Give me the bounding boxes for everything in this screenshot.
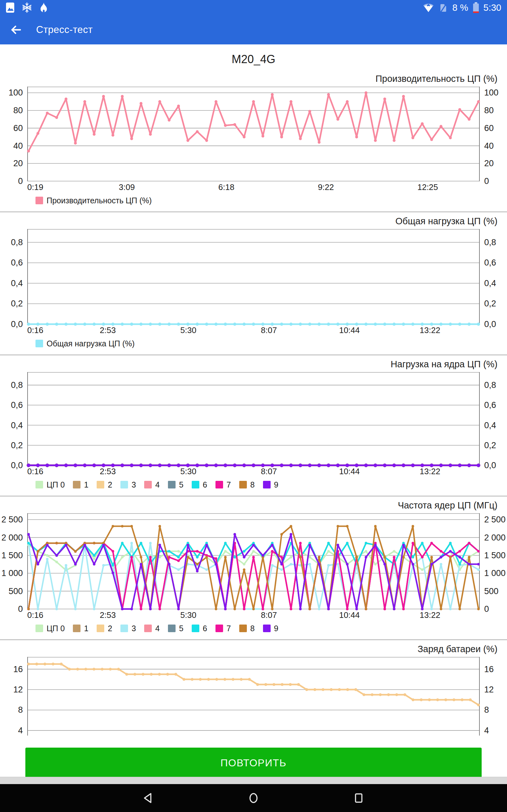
- repeat-button[interactable]: ПОВТОРИТЬ: [25, 748, 482, 777]
- chart-legend: ЦП 0123456789: [36, 623, 507, 634]
- y-axis-label-left: 0,4: [11, 420, 23, 430]
- nav-back-button[interactable]: [141, 791, 156, 805]
- y-axis-label-right: 0,6: [484, 400, 496, 410]
- y-axis-label-left: 0,4: [11, 278, 23, 288]
- button-row: ПОВТОРИТЬ: [0, 740, 507, 777]
- y-axis-label-left: 12: [13, 685, 23, 695]
- legend-label: 7: [227, 624, 231, 633]
- wifi-icon: [423, 3, 434, 13]
- legend-label: 6: [203, 624, 207, 633]
- x-axis-label: 5:30: [180, 325, 196, 335]
- nav-recents-button[interactable]: [351, 791, 366, 805]
- x-axis-label: 5:30: [180, 467, 196, 476]
- nav-home-button[interactable]: [246, 791, 261, 805]
- bottom-strip: [0, 777, 507, 784]
- y-axis-label-right: 0,6: [484, 258, 496, 268]
- series-Производительность ЦП (%): [27, 91, 480, 153]
- y-axis-label-left: 0,8: [11, 237, 23, 247]
- chart-plot-area: [27, 87, 480, 181]
- x-axis-label: 10:44: [339, 467, 360, 476]
- legend-item: 5: [168, 624, 183, 633]
- x-axis-label: 5:30: [180, 610, 196, 620]
- legend-item: 4: [144, 624, 160, 633]
- legend-item: 2: [97, 480, 112, 490]
- y-axis-label-right: 100: [484, 88, 498, 98]
- chart-plot-area: [27, 229, 480, 324]
- y-axis-label-right: 4: [484, 725, 489, 735]
- y-axis-label-right: 2 500: [484, 515, 506, 525]
- y-axis-label-left: 0: [18, 604, 23, 614]
- x-axis-label: 13:22: [419, 610, 440, 620]
- y-axis-label-left: 2 500: [1, 515, 23, 525]
- y-axis-label-right: 1 000: [484, 568, 506, 578]
- legend-swatch: [168, 624, 176, 632]
- y-axis-label-right: 40: [484, 141, 494, 151]
- legend-swatch: [97, 624, 104, 632]
- y-axis-label-left: 0,6: [11, 400, 23, 410]
- photo-icon: [6, 2, 14, 13]
- legend-swatch: [120, 624, 128, 632]
- y-axis-label-left: 0,6: [11, 258, 23, 268]
- device-title: M20_4G: [0, 44, 507, 70]
- legend-label: ЦП 0: [47, 480, 65, 490]
- legend-item: 4: [144, 480, 160, 490]
- chart-legend: ЦП 0123456789: [36, 479, 507, 490]
- y-axis-label-right: 0,2: [484, 440, 496, 450]
- y-axis-label-left: 0,0: [11, 461, 23, 470]
- chart-canvas: [27, 513, 480, 609]
- y-axis-label-left: 4: [18, 725, 23, 735]
- legend-label: Общая нагрузка ЦП (%): [47, 339, 135, 348]
- status-icons-right: 8 % 5:30: [423, 2, 501, 13]
- recents-square-icon: [352, 792, 365, 804]
- y-axis-label-left: 60: [13, 123, 23, 133]
- chart-legend: Общая нагрузка ЦП (%): [36, 338, 507, 349]
- legend-item: Производительность ЦП (%): [36, 196, 152, 205]
- chart-canvas: [27, 229, 480, 324]
- x-axis-label: 0:19: [27, 183, 43, 192]
- y-axis-left: 0,00,20,40,60,8: [0, 372, 27, 465]
- x-axis-label: 10:44: [339, 610, 360, 620]
- legend-swatch: [144, 481, 152, 489]
- legend-swatch: [73, 624, 80, 632]
- legend-item: 8: [239, 624, 255, 633]
- chart-plot-area: [27, 657, 480, 735]
- y-axis-label-left: 1 500: [1, 550, 23, 560]
- y-axis-left: 481216: [0, 657, 27, 735]
- x-axis: 0:193:096:189:2212:25: [27, 181, 480, 193]
- legend-swatch: [239, 481, 247, 489]
- x-axis-label: 13:22: [419, 325, 440, 335]
- legend-label: 8: [250, 480, 255, 490]
- x-axis-label: 0:16: [27, 610, 43, 620]
- x-axis-label: 0:16: [27, 325, 43, 335]
- y-axis-label-right: 80: [484, 106, 494, 115]
- y-axis-label-right: 0,0: [484, 319, 496, 329]
- x-axis: 0:162:535:308:0710:4413:22: [27, 609, 480, 620]
- section-divider: [0, 355, 507, 355]
- legend-swatch: [144, 624, 152, 632]
- chart-legend: Производительность ЦП (%): [36, 195, 507, 206]
- flame-icon: [39, 2, 48, 13]
- back-button[interactable]: [9, 23, 23, 37]
- legend-swatch: [239, 624, 247, 632]
- navigation-bar: [0, 784, 507, 812]
- legend-swatch: [97, 481, 104, 489]
- section-divider: [0, 496, 507, 496]
- app-bar-title: Стресс-тест: [36, 24, 93, 36]
- y-axis-label-right: 0,4: [484, 420, 496, 430]
- legend-item: 5: [168, 480, 183, 490]
- y-axis-label-left: 0,8: [11, 380, 23, 390]
- x-axis-label: 2:53: [100, 467, 116, 476]
- battery-percent-text: 8 %: [452, 3, 468, 13]
- x-axis-label: 2:53: [100, 610, 116, 620]
- x-axis-label: 9:22: [318, 183, 334, 192]
- legend-item: ЦП 0: [36, 624, 65, 633]
- y-axis-label-right: 1 500: [484, 550, 506, 560]
- chart-core-load: Нагрузка на ядра ЦП (%) 0,00,20,40,60,8 …: [0, 356, 507, 494]
- legend-label: 1: [84, 480, 89, 490]
- y-axis-label-right: 8: [484, 705, 489, 715]
- legend-label: 2: [108, 624, 112, 633]
- legend-item: 9: [263, 480, 279, 490]
- legend-label: 3: [131, 624, 136, 633]
- legend-item: 8: [239, 480, 255, 490]
- x-axis-label: 3:09: [119, 183, 135, 192]
